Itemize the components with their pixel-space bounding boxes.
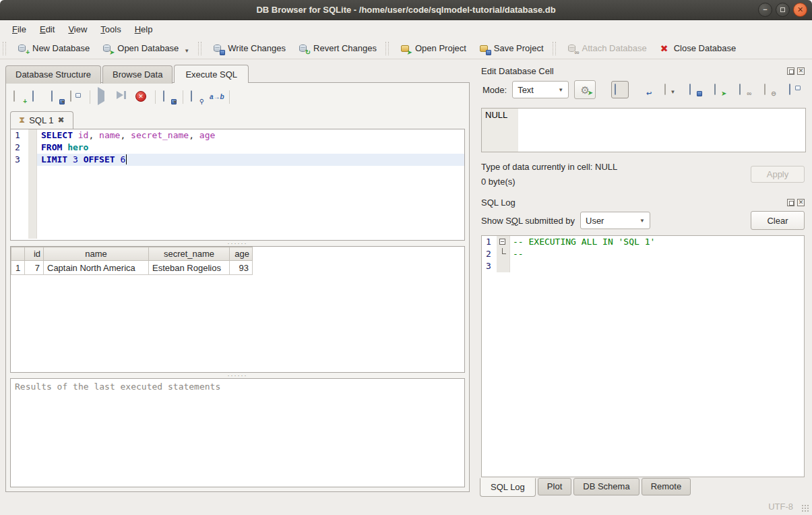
dropdown-caret-icon[interactable]: ▼ bbox=[61, 99, 66, 105]
open-in-external-app-button[interactable]: ➤ bbox=[711, 81, 728, 98]
tab-database-structure[interactable]: Database Structure bbox=[5, 65, 101, 84]
edit-cell-dock-header: Edit Database Cell ✕ bbox=[480, 63, 806, 78]
column-header-id[interactable]: id bbox=[25, 247, 44, 261]
stop-execution-button[interactable]: ✕ bbox=[133, 89, 150, 105]
dock-float-icon[interactable] bbox=[787, 199, 794, 206]
sql-log-view[interactable]: 1-- EXECUTING ALL IN 'SQL 1'2--3 bbox=[481, 235, 805, 477]
bottom-tab-remote[interactable]: Remote bbox=[642, 478, 691, 495]
toolbar-drag-handle[interactable] bbox=[3, 42, 6, 55]
encoding-indicator[interactable]: UTF-8 bbox=[768, 502, 793, 512]
app-window: DB Browser for SQLite - /home/user/code/… bbox=[0, 0, 812, 515]
mode-select[interactable]: Text ▼ bbox=[512, 81, 569, 98]
editor-line: 3LIMIT 3 OFFSET 6 bbox=[11, 154, 464, 166]
close-database-button[interactable]: ✖Close Database bbox=[653, 40, 743, 57]
find-button[interactable]: ⚲ bbox=[189, 89, 205, 105]
maximize-icon[interactable] bbox=[776, 3, 790, 17]
word-wrap-button[interactable]: ↩ bbox=[636, 81, 654, 98]
clear-button[interactable]: Clear bbox=[751, 211, 805, 230]
menu-view[interactable]: View bbox=[61, 22, 94, 36]
open-project-label: Open Project bbox=[415, 43, 466, 53]
print-cell-button[interactable] bbox=[786, 81, 803, 98]
save-results-button[interactable]: ▼ bbox=[161, 89, 177, 105]
sql-tab[interactable]: ⧗ SQL 1 ✖ bbox=[10, 111, 73, 129]
toolbar-drag-handle[interactable] bbox=[553, 42, 556, 55]
bottom-tab-db-schema[interactable]: DB Schema bbox=[573, 478, 639, 495]
import-from-file-button[interactable]: ▼ bbox=[661, 81, 679, 98]
set-null-button[interactable]: ⊖ bbox=[761, 81, 778, 98]
dropdown-caret-icon[interactable]: ▼ bbox=[173, 99, 178, 105]
grid-cell[interactable]: 7 bbox=[25, 261, 44, 275]
sql-log-dock-header: SQL Log ✕ bbox=[480, 195, 806, 210]
dock-float-icon[interactable] bbox=[787, 67, 794, 75]
attach-database-button[interactable]: ∞Attach Database bbox=[561, 40, 653, 57]
import-from-file-icon: ▼ bbox=[664, 84, 676, 95]
new-database-icon: + bbox=[17, 43, 28, 54]
bottom-tab-sql-log[interactable]: SQL Log bbox=[480, 478, 536, 497]
toolbar-drag-handle[interactable] bbox=[385, 42, 389, 55]
replace-button[interactable]: a→b bbox=[208, 89, 224, 105]
results-grid[interactable]: idnamesecret_nameage17Captain North Amer… bbox=[10, 246, 465, 373]
cell-value: NULL bbox=[482, 109, 518, 152]
bottom-tab-plot[interactable]: Plot bbox=[538, 478, 571, 495]
grid-cell[interactable]: Esteban Rogelios bbox=[149, 261, 230, 275]
cell-editor-area[interactable]: NULL bbox=[481, 108, 806, 152]
dock-close-icon[interactable]: ✕ bbox=[797, 199, 805, 206]
window-controls: − ✕ bbox=[758, 3, 807, 17]
splitter-handle[interactable]: ······ bbox=[10, 373, 465, 378]
tab-browse-data[interactable]: Browse Data bbox=[102, 65, 173, 84]
sql-editor[interactable]: 1SELECT id, name, secret_name, age2FROM … bbox=[10, 129, 465, 241]
chevron-down-icon: ▼ bbox=[558, 87, 563, 93]
grid-cell[interactable]: 93 bbox=[230, 261, 253, 275]
toolbar-separator bbox=[183, 90, 183, 104]
execute-current-line-button[interactable] bbox=[115, 89, 131, 105]
close-tab-icon[interactable]: ✖ bbox=[58, 115, 65, 125]
apply-button[interactable]: Apply bbox=[751, 166, 805, 183]
save-project-button[interactable]: Save Project bbox=[472, 40, 550, 57]
execute-all-button[interactable] bbox=[96, 89, 112, 105]
text-document-button[interactable] bbox=[611, 81, 629, 98]
resize-grip[interactable] bbox=[801, 504, 809, 512]
format-sql-button[interactable] bbox=[235, 89, 251, 105]
execute-current-line-icon bbox=[117, 91, 129, 103]
open-database-button[interactable]: ➤Open Database▼ bbox=[96, 40, 195, 57]
write-changes-button[interactable]: Write Changes bbox=[206, 40, 292, 57]
copy-link-button[interactable]: ∞ bbox=[736, 81, 753, 98]
new-database-button[interactable]: +New Database bbox=[11, 40, 96, 57]
revert-changes-button[interactable]: ↻Revert Changes bbox=[292, 40, 383, 57]
menu-file[interactable]: File bbox=[5, 22, 33, 36]
open-project-button[interactable]: ➤Open Project bbox=[394, 40, 472, 57]
export-to-file-button[interactable] bbox=[686, 81, 704, 98]
dock-close-icon[interactable]: ✕ bbox=[797, 67, 805, 75]
menu-edit[interactable]: Edit bbox=[33, 22, 61, 36]
grid-cell[interactable]: Captain North America bbox=[44, 261, 149, 275]
print-button[interactable] bbox=[68, 89, 84, 105]
mode-label: Mode: bbox=[482, 85, 507, 95]
attach-database-icon: ∞ bbox=[567, 43, 578, 54]
new-sql-tab-button[interactable]: + bbox=[11, 89, 28, 105]
splitter-handle[interactable]: ······ bbox=[10, 241, 465, 246]
edit-cell-mode-row: Mode: Text ▼ ⚙ ➤ ↩▼➤∞⊖ bbox=[480, 78, 806, 101]
toolbar-drag-handle[interactable] bbox=[198, 42, 201, 55]
column-header-age[interactable]: age bbox=[230, 247, 253, 261]
fold-marker-icon[interactable] bbox=[499, 239, 505, 245]
fold-end-icon bbox=[502, 248, 506, 254]
minimize-icon[interactable]: − bbox=[758, 3, 772, 17]
menu-tools[interactable]: Tools bbox=[94, 22, 127, 36]
statusbar: UTF-8 bbox=[0, 497, 812, 515]
left-pane: Database StructureBrowse DataExecute SQL… bbox=[0, 59, 475, 497]
dropdown-caret-icon[interactable]: ▼ bbox=[184, 48, 189, 54]
table-row[interactable]: 17Captain North AmericaEsteban Rogelios9… bbox=[11, 261, 253, 275]
cell-editor-icons: ↩▼➤∞⊖ bbox=[611, 81, 803, 98]
save-sql-file-button[interactable]: ▼ bbox=[49, 89, 65, 105]
column-header-name[interactable]: name bbox=[44, 247, 149, 261]
close-icon[interactable]: ✕ bbox=[793, 3, 807, 17]
sql-log-filter-row: Show SQL submitted by User ▼ Clear bbox=[480, 210, 806, 231]
tab-execute-sql[interactable]: Execute SQL bbox=[174, 65, 249, 83]
new-sql-tab-icon: + bbox=[13, 91, 26, 103]
column-header-secret_name[interactable]: secret_name bbox=[149, 247, 230, 261]
toolbar-separator bbox=[90, 90, 90, 104]
open-sql-file-button[interactable] bbox=[30, 89, 46, 105]
auto-switch-mode-button[interactable]: ⚙ ➤ bbox=[574, 80, 596, 99]
submitted-by-select[interactable]: User ▼ bbox=[580, 212, 650, 229]
menu-help[interactable]: Help bbox=[128, 22, 160, 36]
